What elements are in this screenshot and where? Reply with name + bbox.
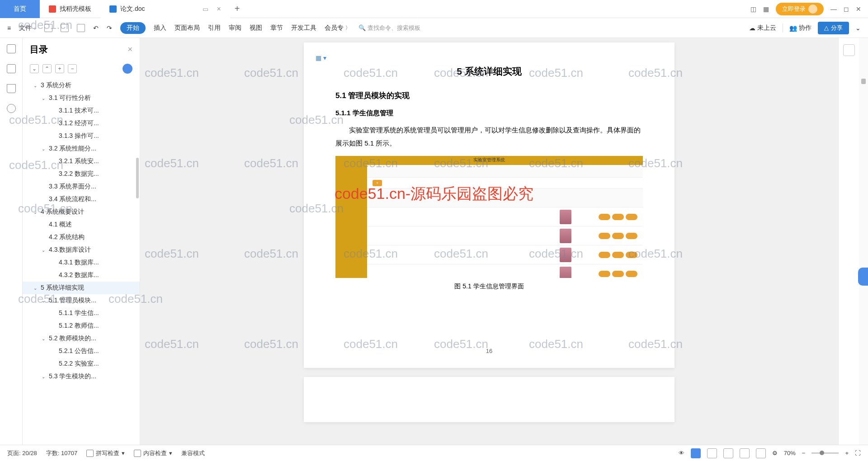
side-tab-handle[interactable] bbox=[858, 268, 868, 286]
tab-reference[interactable]: 引用 bbox=[208, 24, 221, 32]
display-mode-icon[interactable]: ▭ bbox=[203, 5, 208, 13]
file-menu[interactable]: 文件 ⌵ bbox=[19, 24, 36, 32]
tab-document[interactable]: 论文.doc ▭ × bbox=[100, 0, 230, 18]
zoom-in-button[interactable]: + bbox=[845, 450, 849, 456]
outline-title: 目录 bbox=[30, 43, 48, 56]
outline-item[interactable]: 5.1.2 教师信... bbox=[23, 320, 140, 332]
avatar-icon bbox=[808, 5, 817, 14]
outline-item[interactable]: 5.2.2 实验室... bbox=[23, 358, 140, 370]
properties-icon[interactable] bbox=[843, 44, 855, 56]
search-icon[interactable] bbox=[7, 104, 16, 113]
outline-item[interactable]: 3.2.1 系统安... bbox=[23, 155, 140, 168]
close-outline-button[interactable]: × bbox=[127, 45, 132, 54]
bookmark-icon[interactable] bbox=[7, 84, 16, 93]
add-heading-button[interactable]: + bbox=[55, 64, 64, 73]
outline-item[interactable]: 4.3.1 数据库... bbox=[23, 256, 140, 269]
zoom-slider[interactable] bbox=[811, 452, 839, 454]
outline-item[interactable]: ⌄4 系统概要设计 bbox=[23, 206, 140, 218]
outline-icon[interactable] bbox=[7, 44, 16, 53]
tab-view[interactable]: 视图 bbox=[250, 24, 262, 32]
outline-item[interactable]: 5.2.1 公告信... bbox=[23, 345, 140, 358]
tab-template[interactable]: 找稻壳模板 bbox=[40, 0, 100, 18]
outline-item[interactable]: 3.4 系统流程和... bbox=[23, 193, 140, 206]
view-page-button[interactable] bbox=[691, 448, 701, 458]
view-read-button[interactable] bbox=[740, 448, 750, 458]
login-button[interactable]: 立即登录 bbox=[776, 3, 824, 15]
spellcheck-toggle[interactable]: 拼写检查 ▾ bbox=[86, 449, 125, 457]
document-area[interactable]: ▦ ▾ 5 系统详细实现 5.1 管理员模块的实现 5.1.1 学生信息管理 实… bbox=[140, 38, 838, 445]
tab-review[interactable]: 审阅 bbox=[229, 24, 241, 32]
template-icon bbox=[49, 5, 56, 13]
figure-caption: 图 5.1 学生信息管理界面 bbox=[335, 282, 643, 291]
outline-panel: 目录 × ⌄ ⌃ + − ⌄3 系统分析⌄3.1 可行性分析3.1.1 技术可.… bbox=[23, 38, 140, 445]
collapse-all-button[interactable]: ⌄ bbox=[30, 64, 39, 73]
tab-layout[interactable]: 页面布局 bbox=[175, 24, 200, 32]
layout-icon[interactable]: ◫ bbox=[750, 5, 756, 13]
maximize-button[interactable]: ◻ bbox=[844, 5, 849, 13]
outline-list[interactable]: ⌄3 系统分析⌄3.1 可行性分析3.1.1 技术可...3.1.2 经济可..… bbox=[23, 76, 140, 445]
outline-item[interactable]: 3.1.1 技术可... bbox=[23, 104, 140, 117]
word-count[interactable]: 字数: 10707 bbox=[46, 449, 77, 457]
expand-all-button[interactable]: ⌃ bbox=[42, 64, 52, 73]
tab-start[interactable]: 开始 bbox=[120, 22, 146, 34]
compat-mode[interactable]: 兼容模式 bbox=[181, 449, 205, 457]
collab-button[interactable]: 👥 协作 bbox=[789, 24, 811, 32]
fullscreen-button[interactable]: ⛶ bbox=[855, 450, 861, 456]
add-tab-button[interactable]: + bbox=[235, 4, 240, 14]
scrollbar-track[interactable] bbox=[859, 38, 868, 445]
tab-insert[interactable]: 插入 bbox=[154, 24, 166, 32]
document-page: ▦ ▾ 5 系统详细实现 5.1 管理员模块的实现 5.1.1 学生信息管理 实… bbox=[304, 42, 675, 368]
tab-member[interactable]: 会员专〉 bbox=[325, 24, 350, 32]
scrollbar-thumb[interactable] bbox=[136, 158, 139, 198]
cloud-status[interactable]: ☁ 未上云 bbox=[749, 24, 776, 32]
outline-item[interactable]: 3.1.3 操作可... bbox=[23, 130, 140, 142]
outline-item[interactable]: ⌄3 系统分析 bbox=[23, 79, 140, 92]
tab-home[interactable]: 首页 bbox=[0, 0, 40, 18]
outline-item[interactable]: 3.1.2 经济可... bbox=[23, 117, 140, 130]
outline-item[interactable]: 4.2 系统结构 bbox=[23, 231, 140, 244]
eye-icon[interactable]: 👁 bbox=[679, 450, 684, 456]
scrollbar-thumb[interactable] bbox=[861, 79, 866, 84]
outline-item[interactable]: ⌄3.2 系统性能分... bbox=[23, 142, 140, 155]
outline-item[interactable]: ⌄4.3.数据库设计 bbox=[23, 244, 140, 256]
preview-icon[interactable] bbox=[77, 24, 85, 32]
outline-item[interactable]: 4.3.2 数据库... bbox=[23, 269, 140, 282]
undo-button[interactable]: ↶ bbox=[93, 24, 99, 32]
apps-icon[interactable]: ▦ bbox=[763, 5, 769, 13]
pages-icon[interactable] bbox=[7, 64, 16, 73]
minimize-button[interactable]: — bbox=[830, 5, 837, 13]
print-icon[interactable] bbox=[61, 24, 69, 32]
page-marker-icon[interactable]: ▦ ▾ bbox=[316, 54, 326, 61]
view-focus-button[interactable] bbox=[756, 448, 766, 458]
tab-chapter[interactable]: 章节 bbox=[270, 24, 283, 32]
document-page-next bbox=[304, 377, 675, 422]
save-icon[interactable] bbox=[44, 24, 52, 32]
redo-button[interactable]: ↷ bbox=[107, 24, 112, 32]
view-outline-button[interactable] bbox=[707, 448, 717, 458]
share-button[interactable]: △ 分享 bbox=[818, 22, 849, 34]
outline-item[interactable]: ⌄5.1 管理员模块... bbox=[23, 294, 140, 307]
zoom-settings-icon[interactable]: ⚙ bbox=[772, 450, 778, 456]
outline-item[interactable]: ⌄5.2 教师模块的... bbox=[23, 332, 140, 345]
page-indicator[interactable]: 页面: 20/28 bbox=[7, 449, 37, 457]
remove-heading-button[interactable]: − bbox=[68, 64, 77, 73]
menu-button[interactable]: ≡ bbox=[7, 24, 11, 32]
tab-label: 找稻壳模板 bbox=[60, 5, 91, 13]
outline-item[interactable]: 3.2.2 数据完... bbox=[23, 168, 140, 180]
zoom-level[interactable]: 70% bbox=[784, 450, 796, 456]
view-web-button[interactable] bbox=[723, 448, 733, 458]
outline-item[interactable]: ⌄3.1 可行性分析 bbox=[23, 92, 140, 104]
content-check[interactable]: 内容检查 ▾ bbox=[134, 449, 172, 457]
outline-item[interactable]: 4.1 概述 bbox=[23, 218, 140, 231]
close-icon[interactable]: × bbox=[217, 5, 221, 13]
tab-devtools[interactable]: 开发工具 bbox=[291, 24, 316, 32]
zoom-out-button[interactable]: − bbox=[802, 450, 806, 456]
outline-item[interactable]: ⌄5.3 学生模块的... bbox=[23, 370, 140, 383]
outline-item[interactable]: ⌄5 系统详细实现 bbox=[23, 282, 140, 294]
outline-item[interactable]: 5.1.1 学生信... bbox=[23, 307, 140, 320]
close-button[interactable]: ✕ bbox=[856, 5, 861, 13]
outline-item[interactable]: 3.3 系统界面分... bbox=[23, 180, 140, 193]
more-button[interactable]: ⌄ bbox=[855, 24, 861, 32]
search-input[interactable]: 🔍 查找命令、搜索模板 bbox=[359, 24, 420, 32]
sync-badge[interactable] bbox=[123, 64, 132, 74]
